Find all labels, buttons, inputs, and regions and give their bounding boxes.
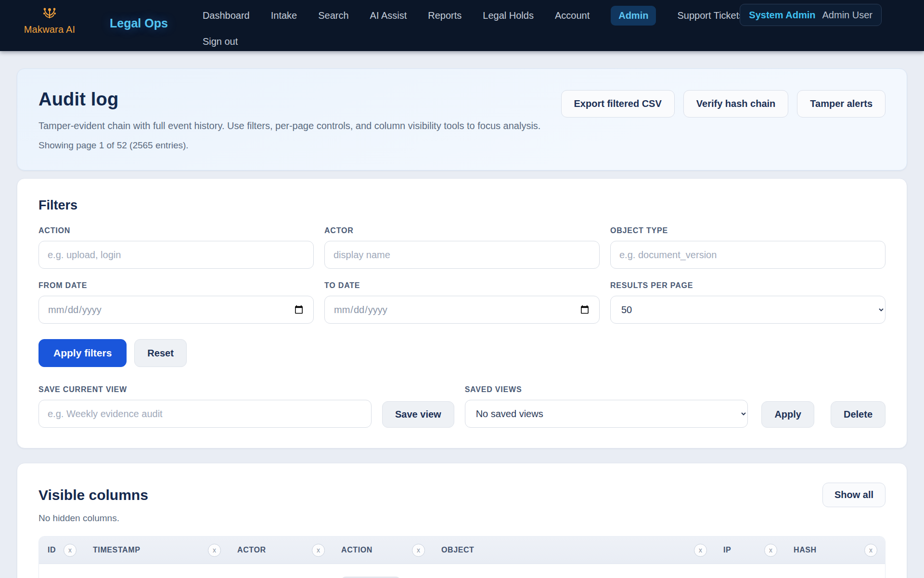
from-date-label: FROM DATE [38, 281, 314, 290]
apply-saved-view-button[interactable]: Apply [761, 401, 814, 428]
nav-item-dashboard[interactable]: Dashboard [203, 10, 250, 21]
user-badge: System Admin Admin User [740, 4, 882, 26]
hide-column-ip-button[interactable]: x [764, 544, 777, 557]
action-filter-field: ACTION [38, 226, 314, 269]
from-date-field: FROM DATE [38, 281, 314, 324]
nav-item-support-tickets[interactable]: Support Tickets [677, 10, 744, 21]
results-per-page-field: RESULTS PER PAGE 50 [610, 281, 886, 324]
header-cell-timestamp: TIMESTAMP x [84, 537, 229, 564]
save-view-button[interactable]: Save view [382, 401, 454, 428]
column-label-timestamp: TIMESTAMP [93, 546, 140, 554]
filter-action-buttons: Apply filters Reset [38, 339, 886, 367]
filters-card: Filters ACTION ACTOR OBJECT TYPE FROM DA… [17, 178, 907, 448]
nav-item-legal-holds[interactable]: Legal Holds [483, 10, 534, 21]
row-cell-action: MFA VERIFY mfa_verify [333, 564, 433, 578]
row-cell-timestamp: 2026-03-03 23:57:44.43+11:00 [84, 564, 229, 578]
tamper-alerts-button[interactable]: Tamper alerts [797, 90, 886, 118]
header-cell-action: ACTION x [333, 537, 433, 564]
save-current-view-label: SAVE CURRENT VIEW [38, 385, 372, 394]
saved-views-select[interactable]: No saved views [465, 400, 748, 428]
hide-column-action-button[interactable]: x [412, 544, 425, 557]
sign-out-link[interactable]: Sign out [203, 36, 238, 47]
nav-item-reports[interactable]: Reports [428, 10, 462, 21]
to-date-input[interactable] [324, 296, 600, 324]
brand-logo[interactable]: Makwara AI [18, 6, 81, 35]
header-cell-actor: ACTOR x [229, 537, 333, 564]
filters-grid: ACTION ACTOR OBJECT TYPE FROM DATE TO DA… [38, 226, 886, 324]
audit-log-table: ID x TIMESTAMP x ACTOR x ACTION x OBJECT [38, 536, 886, 578]
row-cell-object: SESSION 0_TrTrCsTSwc36sTDUaH_25qbSBWCw_p [433, 564, 715, 578]
from-date-input[interactable] [38, 296, 314, 324]
column-label-ip: IP [723, 546, 731, 554]
audit-log-header-card: Audit log Tamper-evident chain with full… [17, 68, 907, 171]
saved-views-row: SAVE CURRENT VIEW Save view SAVED VIEWS … [38, 385, 886, 428]
delete-saved-view-button[interactable]: Delete [831, 401, 886, 428]
visible-columns-card: Visible columns Show all No hidden colum… [17, 463, 907, 578]
actor-filter-input[interactable] [324, 241, 600, 269]
header-cell-id: ID x [39, 537, 84, 564]
object-type-filter-label: OBJECT TYPE [610, 226, 886, 235]
save-view-name-input[interactable] [38, 400, 372, 428]
page-status: Showing page 1 of 52 (2565 entries). [38, 140, 540, 151]
action-filter-label: ACTION [38, 226, 314, 235]
hide-column-object-button[interactable]: x [694, 544, 707, 557]
top-navigation: Makwara AI Legal Ops Dashboard Intake Se… [0, 0, 924, 51]
audit-log-header-text: Audit log Tamper-evident chain with full… [38, 89, 540, 151]
visible-columns-title: Visible columns [38, 487, 148, 503]
column-label-id: ID [48, 546, 56, 554]
user-name: Admin User [822, 10, 873, 21]
hide-column-timestamp-button[interactable]: x [208, 544, 221, 557]
save-current-view-field: SAVE CURRENT VIEW [38, 385, 372, 428]
row-cell-ip: 127.0.0.1 [715, 564, 785, 578]
menu-row-primary: Dashboard Intake Search AI Assist Report… [203, 5, 744, 26]
actor-filter-field: ACTOR [324, 226, 600, 269]
header-cell-hash: HASH x [785, 537, 885, 564]
brand-icon [41, 6, 58, 23]
reset-filters-button[interactable]: Reset [134, 339, 186, 367]
column-label-hash: HASH [794, 546, 817, 554]
page-content: Audit log Tamper-evident chain with full… [0, 51, 924, 578]
audit-log-actions: Export filtered CSV Verify hash chain Ta… [561, 90, 886, 151]
nav-item-account[interactable]: Account [555, 10, 590, 21]
object-type-filter-input[interactable] [610, 241, 886, 269]
main-menu: Dashboard Intake Search AI Assist Report… [203, 5, 744, 52]
show-all-columns-button[interactable]: Show all [822, 483, 886, 507]
page-title: Audit log [38, 89, 540, 110]
nav-item-intake[interactable]: Intake [271, 10, 297, 21]
action-filter-input[interactable] [38, 241, 314, 269]
to-date-field: TO DATE [324, 281, 600, 324]
export-csv-button[interactable]: Export filtered CSV [561, 90, 675, 118]
nav-item-admin-active[interactable]: Admin [611, 6, 656, 26]
saved-views-field: SAVED VIEWS No saved views [465, 385, 748, 428]
role-badge: System Admin [749, 10, 815, 21]
table-row: 2565 2026-03-03 23:57:44.43+11:00 Admin … [39, 564, 885, 578]
nav-item-ai-assist[interactable]: AI Assist [370, 10, 407, 21]
hidden-columns-note: No hidden columns. [38, 513, 886, 524]
app-title: Legal Ops [110, 16, 168, 30]
saved-view-buttons: Apply Delete [761, 401, 886, 428]
brand-name: Makwara AI [24, 24, 75, 35]
apply-filters-button[interactable]: Apply filters [38, 339, 127, 367]
filters-title: Filters [38, 198, 886, 213]
table-header-row: ID x TIMESTAMP x ACTOR x ACTION x OBJECT [39, 537, 885, 564]
actor-filter-label: ACTOR [324, 226, 600, 235]
hide-column-hash-button[interactable]: x [864, 544, 877, 557]
row-cell-hash: 39e0fe3156c3ecb4… [785, 564, 885, 578]
to-date-label: TO DATE [324, 281, 600, 290]
column-label-actor: ACTOR [237, 546, 266, 554]
nav-item-search[interactable]: Search [318, 10, 348, 21]
saved-views-label: SAVED VIEWS [465, 385, 748, 394]
visible-columns-header: Visible columns Show all [38, 483, 886, 507]
row-cell-id: 2565 [39, 564, 84, 578]
column-label-action: ACTION [341, 546, 372, 554]
page-subtitle: Tamper-evident chain with full event his… [38, 120, 540, 131]
header-cell-ip: IP x [715, 537, 785, 564]
menu-row-secondary: Sign out [203, 31, 744, 52]
hide-column-id-button[interactable]: x [64, 544, 77, 557]
row-cell-actor: Admin User [229, 564, 333, 578]
verify-hash-chain-button[interactable]: Verify hash chain [683, 90, 789, 118]
results-per-page-label: RESULTS PER PAGE [610, 281, 886, 290]
hide-column-actor-button[interactable]: x [312, 544, 325, 557]
results-per-page-select[interactable]: 50 [610, 296, 886, 324]
object-type-filter-field: OBJECT TYPE [610, 226, 886, 269]
